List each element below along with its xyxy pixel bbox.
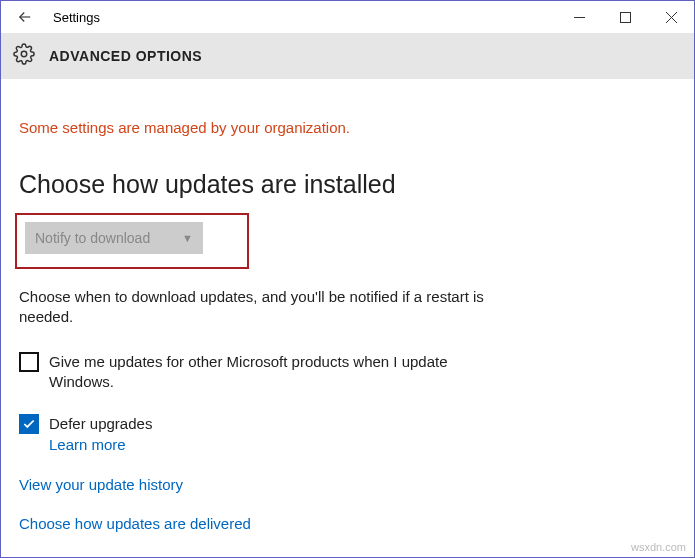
section-heading: Choose how updates are installed: [19, 170, 676, 199]
delivery-options-link[interactable]: Choose how updates are delivered: [19, 515, 676, 532]
minimize-icon: [574, 12, 585, 23]
header-band: ADVANCED OPTIONS: [1, 33, 694, 79]
maximize-button[interactable]: [602, 1, 648, 33]
watermark: wsxdn.com: [631, 541, 686, 553]
close-icon: [666, 12, 677, 23]
defer-label: Defer upgrades: [49, 414, 152, 434]
organization-notice: Some settings are managed by your organi…: [19, 119, 676, 136]
chevron-down-icon: ▼: [182, 232, 193, 244]
check-icon: [22, 417, 36, 431]
close-button[interactable]: [648, 1, 694, 33]
settings-window: Settings ADVANCED OPTIONS Some settings …: [0, 0, 695, 558]
svg-rect-1: [620, 12, 630, 22]
minimize-button[interactable]: [556, 1, 602, 33]
maximize-icon: [620, 12, 631, 23]
dropdown-value: Notify to download: [35, 230, 150, 246]
window-controls: [556, 1, 694, 33]
gear-icon: [13, 43, 35, 69]
highlight-box: Notify to download ▼: [15, 213, 249, 269]
svg-point-2: [21, 51, 27, 57]
titlebar: Settings: [1, 1, 694, 33]
arrow-left-icon: [16, 8, 34, 26]
other-products-option: Give me updates for other Microsoft prod…: [19, 352, 489, 393]
section-description: Choose when to download updates, and you…: [19, 287, 487, 328]
content-area: Some settings are managed by your organi…: [1, 79, 694, 532]
back-button[interactable]: [1, 1, 49, 33]
defer-learn-more-link[interactable]: Learn more: [49, 436, 126, 453]
other-products-label: Give me updates for other Microsoft prod…: [49, 352, 489, 393]
page-title: ADVANCED OPTIONS: [49, 48, 202, 64]
install-mode-dropdown[interactable]: Notify to download ▼: [25, 222, 203, 254]
defer-checkbox[interactable]: [19, 414, 39, 434]
update-history-link[interactable]: View your update history: [19, 476, 676, 493]
window-title: Settings: [49, 10, 556, 25]
other-products-checkbox[interactable]: [19, 352, 39, 372]
defer-upgrades-option: Defer upgrades Learn more: [19, 414, 489, 454]
svg-rect-0: [574, 17, 585, 18]
